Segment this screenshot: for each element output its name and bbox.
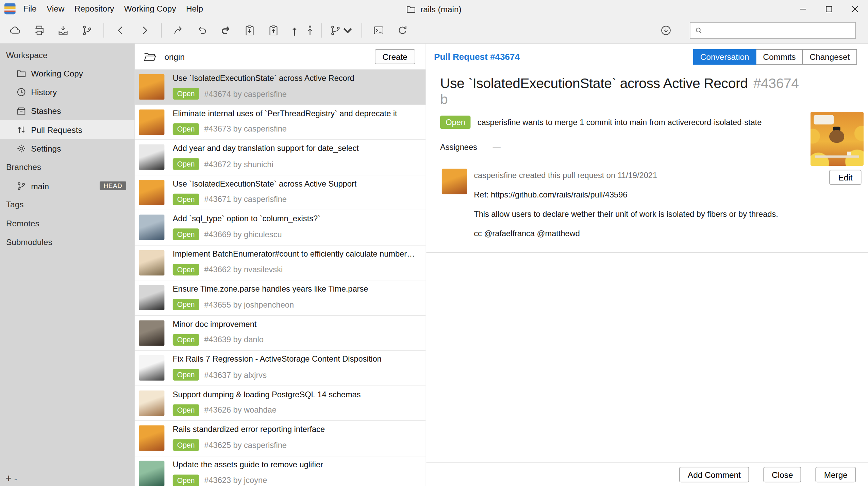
menu-view[interactable]: View: [41, 0, 69, 18]
sidebar-item-settings[interactable]: Settings: [0, 139, 135, 158]
pr-title-text: Use `IsolatedExecutionState` across Acti…: [440, 75, 748, 91]
archive-download-icon[interactable]: [53, 20, 73, 41]
plus-icon: +: [5, 474, 12, 483]
updates-available-icon[interactable]: [656, 20, 676, 41]
pr-item-subline: Open#43637 by alxjrvs: [173, 369, 267, 381]
submodules-section-label[interactable]: Submodules: [0, 233, 135, 251]
pr-item-title: Implement BatchEnumerator#count to effic…: [173, 249, 415, 258]
share-arrow-icon[interactable]: [168, 20, 188, 41]
forward-button[interactable]: [135, 20, 155, 41]
remote-name: origin: [164, 52, 185, 61]
pr-author-avatar: [139, 109, 165, 135]
minimize-button[interactable]: [790, 0, 816, 18]
redo-arrow-icon[interactable]: [216, 20, 236, 41]
commit-up-icon[interactable]: [287, 20, 302, 41]
sidebar-item-label: Settings: [31, 143, 61, 153]
create-button[interactable]: Create: [375, 49, 415, 64]
close-button[interactable]: [842, 0, 868, 18]
window-controls: [790, 0, 868, 18]
pr-list-item[interactable]: Use `IsolatedExecutionState` across Acti…: [135, 70, 425, 105]
sidebar-item-working-copy[interactable]: Working Copy: [0, 64, 135, 82]
pr-list-item[interactable]: Rails standardized error reporting inter…: [135, 421, 425, 456]
maximize-button[interactable]: [816, 0, 842, 18]
menubar: FileViewRepositoryWorking CopyHelp: [18, 0, 208, 18]
merge-button[interactable]: Merge: [816, 467, 856, 483]
back-button[interactable]: [111, 20, 131, 41]
status-badge: Open: [173, 369, 199, 381]
pr-list-item[interactable]: Use `IsolatedExecutionState` across Acti…: [135, 175, 425, 210]
sidebar-item-label: Pull Requests: [31, 125, 82, 134]
assignees-label: Assignees: [440, 143, 477, 152]
pr-item-title: Rails standardized error reporting inter…: [173, 425, 325, 434]
pr-list-item[interactable]: Update the assets guide to remove uglifi…: [135, 456, 425, 486]
tags-section-label[interactable]: Tags: [0, 195, 135, 214]
stash-paste-down-icon[interactable]: [240, 20, 260, 41]
fetch-cloud-icon[interactable]: [5, 20, 26, 41]
sidebar-item-stashes[interactable]: Stashes: [0, 101, 135, 120]
branch-menu-button[interactable]: [328, 20, 355, 41]
titlebar: FileViewRepositoryWorking CopyHelp rails…: [0, 0, 868, 18]
pr-description-comment: casperisfine created this pull request o…: [440, 169, 868, 238]
pr-list-item[interactable]: Add `sql_type` option to `column_exists?…: [135, 210, 425, 245]
folder-icon: [406, 4, 416, 14]
add-repository-button[interactable]: + ⌄: [5, 474, 18, 483]
pr-author-avatar: [139, 390, 165, 416]
pull-request-icon: [17, 125, 26, 134]
toolbar-separator: [161, 23, 162, 37]
status-badge: Open: [173, 88, 199, 100]
toolbar: [0, 18, 868, 44]
pr-item-title: Add year and day translation support for…: [173, 144, 359, 153]
search-icon: [695, 26, 703, 34]
refresh-button[interactable]: [393, 20, 413, 41]
pr-author-avatar: [139, 355, 165, 381]
search-input[interactable]: [707, 26, 851, 35]
edit-button[interactable]: Edit: [829, 170, 861, 185]
pr-list-item[interactable]: Ensure Time.zone.parse handles years lik…: [135, 280, 425, 315]
pr-author-avatar: [139, 461, 165, 486]
commit-up-alt-icon[interactable]: [303, 20, 317, 41]
pr-list-item[interactable]: Fix Rails 7 Regression - ActiveStorage C…: [135, 351, 425, 386]
tab-conversation[interactable]: Conversation: [693, 49, 756, 65]
pr-item-meta: #43637 by alxjrvs: [204, 370, 267, 379]
comment-content: casperisfine created this pull request o…: [474, 169, 824, 238]
pr-item-meta: #43674 by casperisfine: [204, 89, 287, 98]
status-badge: Open: [173, 228, 199, 240]
pr-list-item[interactable]: Support dumping & loading PostgreSQL 14 …: [135, 386, 425, 421]
sidebar-item-label: Working Copy: [31, 68, 83, 78]
status-badge: Open: [173, 439, 199, 451]
sidebar-item-pull-requests[interactable]: Pull Requests: [0, 120, 135, 139]
sidebar-branch-main[interactable]: main HEAD: [0, 176, 135, 195]
menu-repository[interactable]: Repository: [69, 0, 119, 18]
stash-paste-up-icon[interactable]: [264, 20, 284, 41]
tab-commits[interactable]: Commits: [756, 49, 803, 65]
pr-list-item[interactable]: Implement BatchEnumerator#count to effic…: [135, 245, 425, 280]
pr-item-subline: Open#43655 by joshpencheon: [173, 299, 294, 310]
sidebar-items: Working CopyHistoryStashesPull RequestsS…: [0, 64, 135, 158]
pull-request-link[interactable]: Pull Request #43674: [434, 52, 520, 62]
archive-icon: [17, 106, 26, 116]
commit-graph-icon[interactable]: [77, 20, 97, 41]
pr-item-title: Update the assets guide to remove uglifi…: [173, 460, 323, 469]
close-pr-button[interactable]: Close: [764, 467, 801, 483]
remotes-section-label[interactable]: Remotes: [0, 214, 135, 233]
pr-list-item[interactable]: Add year and day translation support for…: [135, 140, 425, 175]
cup: [847, 152, 851, 155]
add-comment-button[interactable]: Add Comment: [679, 467, 749, 483]
sidebar-item-history[interactable]: History: [0, 83, 135, 101]
pr-item-subline: Open#43671 by casperisfine: [173, 193, 287, 205]
pr-list-item[interactable]: Minor doc improvementOpen#43639 by danlo: [135, 316, 425, 351]
undo-arrow-icon[interactable]: [192, 20, 212, 41]
pr-item-meta: #43669 by ghiculescu: [204, 230, 282, 239]
terminal-button[interactable]: [369, 20, 389, 41]
toolbar-separator: [103, 23, 104, 37]
menu-working-copy[interactable]: Working Copy: [119, 0, 181, 18]
status-badge: Open: [173, 193, 199, 205]
menu-file[interactable]: File: [18, 0, 42, 18]
comment-avatar: [442, 169, 467, 194]
pr-list-item[interactable]: Eliminate internal uses of `PerThreadReg…: [135, 105, 425, 140]
print-icon[interactable]: [29, 20, 49, 41]
toolbar-separator: [362, 23, 362, 37]
menu-help[interactable]: Help: [181, 0, 208, 18]
branches-section-label[interactable]: Branches: [0, 158, 135, 176]
tab-changeset[interactable]: Changeset: [802, 49, 857, 65]
